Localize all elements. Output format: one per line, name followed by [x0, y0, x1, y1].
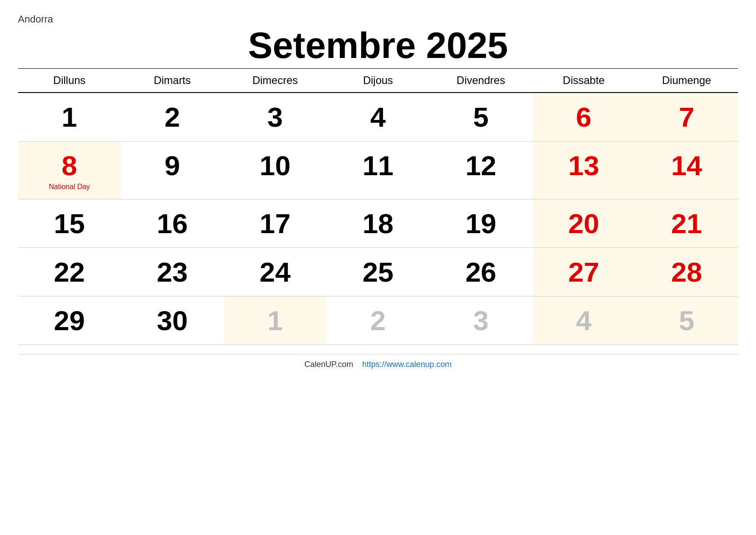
calendar-day: 7	[635, 93, 738, 141]
calendar-day: 5	[430, 93, 532, 141]
calendar-day: 4	[532, 296, 635, 345]
day-number: 5	[679, 305, 694, 336]
day-number: 5	[473, 102, 488, 133]
day-number: 24	[259, 256, 290, 287]
calendar-day: 5	[635, 296, 738, 345]
header-dimarts: Dimarts	[121, 69, 224, 93]
day-number: 1	[62, 102, 77, 133]
header-diumenge: Diumenge	[635, 69, 738, 93]
day-number: 10	[259, 150, 290, 181]
calendar-day: 24	[224, 248, 326, 296]
day-number: 3	[473, 305, 488, 336]
calendar-day: 30	[121, 296, 224, 345]
header-dimecres: Dimecres	[224, 69, 326, 93]
day-number: 17	[259, 208, 290, 239]
calendar-day: 13	[532, 141, 635, 199]
calendar-day: 19	[430, 199, 532, 248]
day-number: 6	[576, 102, 591, 133]
day-number: 12	[466, 150, 497, 181]
day-number: 11	[363, 150, 394, 181]
calendar-day: 20	[532, 199, 635, 248]
calendar-day: 21	[635, 199, 738, 248]
calendar-day: 8National Day	[18, 141, 121, 199]
calendar-day: 3	[224, 93, 326, 141]
calendar-day: 9	[121, 141, 224, 199]
footer-site: CalenUP.com	[304, 360, 353, 369]
day-number: 18	[363, 208, 394, 239]
calendar-day: 22	[18, 248, 121, 296]
header-divendres: Divendres	[430, 69, 532, 93]
calendar-day: 18	[326, 199, 429, 248]
calendar-day: 12	[430, 141, 532, 199]
day-number: 22	[54, 256, 85, 287]
day-number: 3	[268, 102, 283, 133]
day-number: 30	[157, 305, 188, 336]
calendar-day: 6	[532, 93, 635, 141]
calendar-day: 1	[224, 296, 326, 345]
calendar-day: 28	[635, 248, 738, 296]
calendar-week-1: 1234567	[18, 93, 738, 141]
calendar-week-4: 22232425262728	[18, 248, 738, 296]
footer: CalenUP.com https://www.calenup.com	[18, 354, 738, 369]
day-number: 7	[679, 102, 694, 133]
day-number: 4	[370, 102, 386, 133]
day-number: 16	[157, 208, 188, 239]
calendar-day: 3	[430, 296, 532, 345]
day-number: 27	[568, 256, 599, 287]
footer-link: https://www.calenup.com	[362, 360, 452, 369]
calendar-day: 4	[326, 93, 429, 141]
calendar-week-5: 293012345	[18, 296, 738, 345]
day-number: 1	[268, 305, 283, 336]
day-number: 13	[568, 150, 599, 181]
calendar-day: 15	[18, 199, 121, 248]
calendar-day: 17	[224, 199, 326, 248]
calendar-day: 14	[635, 141, 738, 199]
day-number: 23	[157, 256, 188, 287]
calendar-day: 10	[224, 141, 326, 199]
calendar-day: 27	[532, 248, 635, 296]
day-number: 15	[54, 208, 85, 239]
calendar-week-3: 15161718192021	[18, 199, 738, 248]
header-dissabte: Dissabte	[532, 69, 635, 93]
holiday-label: National Day	[22, 182, 116, 191]
country-label: Andorra	[18, 13, 738, 25]
month-title: Setembre 2025	[18, 27, 738, 64]
day-number: 19	[466, 208, 497, 239]
calendar-day: 2	[326, 296, 429, 345]
day-number: 20	[568, 208, 599, 239]
day-number: 4	[576, 305, 591, 336]
day-number: 21	[671, 208, 702, 239]
calendar-day: 29	[18, 296, 121, 345]
day-number: 9	[164, 150, 180, 181]
day-number: 28	[671, 256, 702, 287]
day-number: 2	[164, 102, 180, 133]
calendar-day: 26	[430, 248, 532, 296]
calendar-day: 25	[326, 248, 429, 296]
day-number: 26	[466, 256, 497, 287]
day-number: 29	[54, 305, 85, 336]
day-number: 2	[370, 305, 386, 336]
day-number: 8	[62, 150, 77, 181]
calendar-day: 2	[121, 93, 224, 141]
calendar-table: DillunsDimartsDimecresDijousDivendresDis…	[18, 68, 738, 345]
day-number: 25	[363, 256, 394, 287]
calendar-day: 23	[121, 248, 224, 296]
calendar-day: 16	[121, 199, 224, 248]
calendar-day: 11	[326, 141, 429, 199]
day-number: 14	[671, 150, 702, 181]
calendar-day: 1	[18, 93, 121, 141]
header-dijous: Dijous	[326, 69, 429, 93]
header-dilluns: Dilluns	[18, 69, 121, 93]
calendar-week-2: 8National Day91011121314	[18, 141, 738, 199]
